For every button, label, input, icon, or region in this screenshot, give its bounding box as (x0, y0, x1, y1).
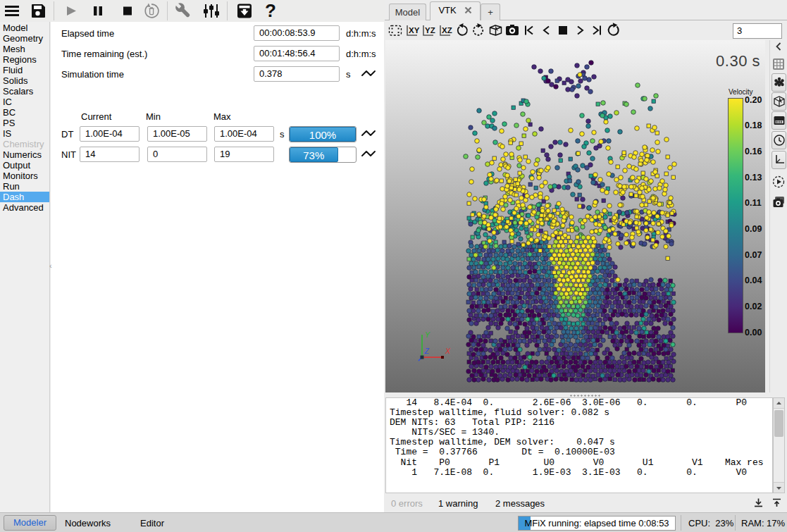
svg-text:Y: Y (425, 330, 430, 339)
svg-text:X: X (445, 347, 451, 355)
svg-text:XY: XY (409, 26, 420, 35)
svg-text:YZ: YZ (425, 26, 435, 35)
svg-text:?: ? (265, 0, 276, 21)
svg-text:XZ: XZ (442, 26, 452, 35)
svg-text:Z: Z (424, 347, 430, 355)
